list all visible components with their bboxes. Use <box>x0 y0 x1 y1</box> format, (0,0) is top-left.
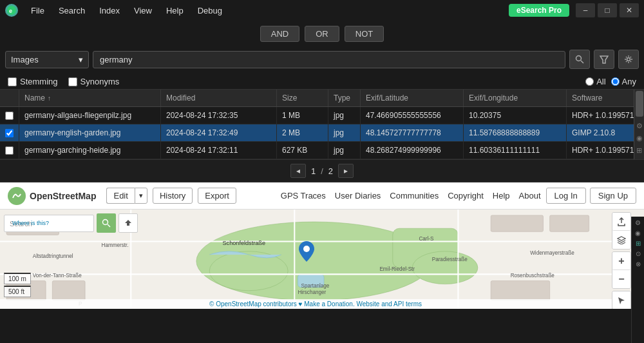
map-sidebar-tag-icon[interactable]: ⊗ <box>636 260 641 268</box>
map-area[interactable]: Schonfeldstraße Spartanlage Hirschanger … <box>0 210 644 309</box>
not-button[interactable]: NOT <box>345 26 384 42</box>
scrollbar-thumb[interactable] <box>636 91 643 117</box>
side-eye-icon[interactable]: ◉ <box>636 134 643 142</box>
row-software-2: HDR+ 1.0.199571065z <box>567 142 634 159</box>
col-name[interactable]: Name ↑ <box>19 90 161 106</box>
all-radio-label[interactable]: All <box>585 77 605 86</box>
row-checkbox-cell[interactable] <box>0 142 19 159</box>
all-label: All <box>596 77 605 86</box>
stemming-label: Stemming <box>20 77 58 86</box>
export-button[interactable]: Export <box>198 188 236 204</box>
menu-file[interactable]: File <box>24 3 51 18</box>
svg-text:Hirschanger: Hirschanger <box>298 289 326 295</box>
prev-page-button[interactable]: ◂ <box>290 164 306 178</box>
search-icon <box>102 219 111 228</box>
history-button[interactable]: History <box>153 188 193 204</box>
svg-marker-4 <box>600 56 608 63</box>
stemming-checkbox-label[interactable]: Stemming <box>8 77 58 86</box>
synonyms-checkbox-label[interactable]: Synonyms <box>68 77 120 86</box>
map-share-button[interactable] <box>612 213 630 231</box>
table-row[interactable]: germany-allgaeu-fliegenpilz.jpg 2024-08-… <box>0 107 634 124</box>
all-radio[interactable] <box>585 77 594 86</box>
zoom-out-button[interactable]: − <box>612 270 630 288</box>
copyright-link[interactable]: Copyright <box>448 191 484 201</box>
row-checkbox-cell[interactable] <box>0 124 19 141</box>
help-link[interactable]: Help <box>493 191 510 201</box>
col-type[interactable]: Type <box>328 90 361 106</box>
osm-header: OpenStreetMap Edit ▾ History Export GPS … <box>0 182 644 210</box>
side-map-icon[interactable]: ⊞ <box>636 146 642 155</box>
next-page-button[interactable]: ▸ <box>338 164 354 178</box>
row-checkbox-2[interactable] <box>5 146 14 155</box>
menu-debug[interactable]: Debug <box>191 3 229 18</box>
synonyms-checkbox[interactable] <box>68 77 77 86</box>
edit-dropdown-button[interactable]: ▾ <box>135 188 147 204</box>
map-sidebar-icons: ⚙ ◉ ⊞ ⊙ ⊗ <box>631 217 644 343</box>
search-button[interactable] <box>569 50 590 69</box>
table-row[interactable]: germany-english-garden.jpg 2024-08-24 17… <box>0 124 634 142</box>
or-button[interactable]: OR <box>305 26 339 42</box>
svg-text:Widenmayerstraße: Widenmayerstraße <box>530 250 574 256</box>
col-size[interactable]: Size <box>277 90 328 106</box>
map-directions-button[interactable] <box>118 213 138 233</box>
col-modified[interactable]: Modified <box>161 90 277 106</box>
menu-search[interactable]: Search <box>52 3 91 18</box>
side-pin-icon[interactable]: ⊙ <box>636 159 642 159</box>
edit-button[interactable]: Edit <box>106 188 134 204</box>
map-sidebar-map-icon[interactable]: ⊞ <box>636 240 641 247</box>
maximize-button[interactable]: □ <box>598 3 617 17</box>
map-sidebar-eye-icon[interactable]: ◉ <box>635 230 641 237</box>
map-layers-button[interactable] <box>612 231 630 249</box>
map-sidebar-settings-icon[interactable]: ⚙ <box>635 219 641 226</box>
any-radio-label[interactable]: Any <box>611 77 636 86</box>
map-sidebar-pin-icon[interactable]: ⊙ <box>636 250 641 257</box>
about-link[interactable]: About <box>519 191 541 201</box>
row-name-2: germany-garching-heide.jpg <box>19 142 161 159</box>
map-locate-button[interactable] <box>612 291 630 309</box>
table-row[interactable]: germany-garching-heide.jpg 2024-08-24 17… <box>0 142 634 159</box>
and-button[interactable]: AND <box>260 26 299 42</box>
menu-index[interactable]: Index <box>93 3 126 18</box>
osm-logo-icon <box>8 187 26 205</box>
col-lon[interactable]: Exif/Longitude <box>464 90 567 106</box>
col-lat[interactable]: Exif/Latitude <box>361 90 464 106</box>
svg-rect-21 <box>491 215 543 231</box>
login-button[interactable]: Log In <box>546 188 586 204</box>
row-checkbox-cell[interactable] <box>0 107 19 124</box>
where-is-this-link[interactable]: Where is this? <box>12 220 49 226</box>
map-search-go-button[interactable] <box>97 213 116 233</box>
search-input[interactable] <box>93 51 565 68</box>
settings-button[interactable] <box>618 50 639 69</box>
svg-point-38 <box>103 220 108 225</box>
col-software[interactable]: Software <box>567 90 634 106</box>
map-action-buttons <box>612 212 631 250</box>
stemming-checkbox[interactable] <box>8 77 17 86</box>
gps-traces-link[interactable]: GPS Traces <box>281 191 326 201</box>
zoom-in-button[interactable]: + <box>612 252 630 270</box>
table-header: Name ↑ Modified Size Type Exif/Latitude … <box>0 90 644 107</box>
row-lat-0: 47.466905555555556 <box>361 107 464 124</box>
side-icons: ⚙ ◉ ⊞ ⊙ ⊗ <box>634 122 644 159</box>
match-options: All Any <box>585 77 636 86</box>
row-size-1: 2 MB <box>277 124 328 141</box>
filter-button[interactable] <box>594 50 614 69</box>
titlebar: e File Search Index View Help Debug eSea… <box>0 0 644 21</box>
row-checkbox-1[interactable] <box>5 129 14 137</box>
minimize-button[interactable]: – <box>576 3 595 17</box>
communities-link[interactable]: Communities <box>390 191 439 201</box>
software-col-label: Software <box>572 93 602 103</box>
any-radio[interactable] <box>611 77 620 86</box>
app-container: e File Search Index View Help Debug eSea… <box>0 0 644 343</box>
user-diaries-link[interactable]: User Diaries <box>335 191 381 201</box>
map-search-container: Where is this? <box>4 213 94 233</box>
signup-button[interactable]: Sign Up <box>590 188 636 204</box>
row-checkbox-0[interactable] <box>5 112 14 120</box>
options-row: Stemming Synonyms All Any <box>0 74 644 90</box>
search-type-select[interactable]: Images ▾ <box>5 51 89 68</box>
side-settings-icon[interactable]: ⚙ <box>636 122 643 130</box>
close-button[interactable]: ✕ <box>620 3 639 17</box>
menu-view[interactable]: View <box>128 3 158 18</box>
vertical-scrollbar[interactable]: ⚙ ◉ ⊞ ⊙ ⊗ <box>634 90 644 159</box>
menu-help[interactable]: Help <box>160 3 190 18</box>
svg-point-9 <box>209 251 288 291</box>
